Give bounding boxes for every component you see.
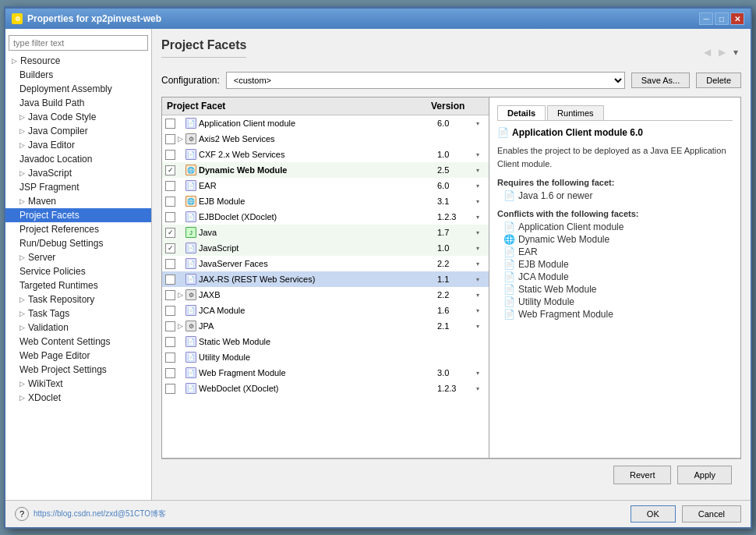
facet-checkbox[interactable] bbox=[165, 275, 175, 285]
facet-checkbox[interactable] bbox=[165, 368, 175, 378]
version-arrow-icon[interactable]: ▾ bbox=[476, 120, 486, 127]
version-arrow-icon[interactable]: ▾ bbox=[476, 151, 486, 158]
filter-input[interactable] bbox=[9, 35, 148, 51]
version-arrow-icon[interactable]: ▾ bbox=[476, 198, 486, 205]
delete-button[interactable]: Delete bbox=[696, 73, 741, 88]
version-arrow-icon[interactable]: ▾ bbox=[476, 260, 486, 268]
facet-row[interactable]: 📄 Static Web Module bbox=[162, 334, 489, 349]
sidebar-item-deployment-assembly[interactable]: Deployment Assembly bbox=[5, 82, 151, 96]
sidebar-item-java-compiler[interactable]: ▷ Java Compiler bbox=[5, 124, 151, 138]
sidebar-item-javadoc[interactable]: Javadoc Location bbox=[5, 152, 151, 166]
facet-icon: 🌐 bbox=[185, 196, 196, 207]
tab-runtimes[interactable]: Runtimes bbox=[547, 105, 603, 120]
facet-name: Web Fragment Module bbox=[199, 368, 437, 377]
sidebar-item-java-editor[interactable]: ▷ Java Editor bbox=[5, 138, 151, 152]
sidebar-item-javascript[interactable]: ▷ JavaScript bbox=[5, 166, 151, 180]
main-content: Project Facets ◀ ▶ ▾ Configuration: <cus… bbox=[152, 29, 751, 500]
facet-checkbox[interactable] bbox=[165, 119, 175, 129]
nav-fwd-button[interactable]: ▶ bbox=[715, 45, 729, 59]
version-arrow-icon[interactable]: ▾ bbox=[476, 167, 486, 174]
sidebar-item-web-project-settings[interactable]: Web Project Settings bbox=[5, 363, 151, 377]
facet-row[interactable]: 📄 JCA Module 1.6 ▾ bbox=[162, 303, 489, 318]
facet-checkbox[interactable] bbox=[165, 337, 175, 347]
ok-button[interactable]: OK bbox=[631, 505, 676, 523]
sidebar-item-validation[interactable]: ▷ Validation bbox=[5, 321, 151, 335]
facet-row[interactable]: 📄 Web Fragment Module 3.0 ▾ bbox=[162, 365, 489, 381]
sidebar-item-run-debug[interactable]: Run/Debug Settings bbox=[5, 236, 151, 250]
revert-button[interactable]: Revert bbox=[613, 466, 671, 484]
config-label: Configuration: bbox=[161, 75, 220, 86]
sidebar-item-resource[interactable]: ▷ Resource bbox=[5, 54, 151, 68]
version-arrow-icon[interactable]: ▾ bbox=[476, 323, 486, 330]
sidebar-item-web-page-editor[interactable]: Web Page Editor bbox=[5, 349, 151, 363]
nav-down-button[interactable]: ▾ bbox=[730, 45, 741, 59]
facet-checkbox[interactable] bbox=[165, 197, 175, 207]
facet-row[interactable]: ▷ ⚙ JPA 2.1 ▾ bbox=[162, 318, 489, 334]
facet-row[interactable]: ▷ ⚙ Axis2 Web Services bbox=[162, 131, 489, 147]
facet-row[interactable]: 📄 JavaServer Faces 2.2 ▾ bbox=[162, 256, 489, 271]
sidebar-item-web-content-settings[interactable]: Web Content Settings bbox=[5, 335, 151, 349]
facet-checkbox[interactable] bbox=[165, 212, 175, 222]
facet-row-dynamic-web[interactable]: ✓ 🌐 Dynamic Web Module 2.5 ▾ bbox=[162, 162, 489, 178]
version-arrow-icon[interactable]: ▾ bbox=[476, 182, 486, 190]
facet-row[interactable]: 📄 EJBDoclet (XDoclet) 1.2.3 ▾ bbox=[162, 209, 489, 225]
facet-row[interactable]: 📄 EAR 6.0 ▾ bbox=[162, 178, 489, 193]
facet-row-javascript[interactable]: ✓ 📄 JavaScript 1.0 ▾ bbox=[162, 240, 489, 256]
sidebar-item-xdoclet[interactable]: ▷ XDoclet bbox=[5, 391, 151, 405]
expand-icon: ▷ bbox=[19, 113, 25, 121]
nav-back-button[interactable]: ◀ bbox=[701, 45, 714, 59]
facet-row[interactable]: 📄 WebDoclet (XDoclet) 1.2.3 ▾ bbox=[162, 381, 489, 396]
facet-row-java[interactable]: ✓ J Java 1.7 ▾ bbox=[162, 225, 489, 240]
help-button[interactable]: ? bbox=[15, 507, 29, 521]
facet-checkbox[interactable] bbox=[165, 321, 175, 331]
facet-row[interactable]: 📄 Utility Module bbox=[162, 349, 489, 365]
sidebar-item-builders[interactable]: Builders bbox=[5, 68, 151, 82]
version-arrow-icon[interactable]: ▾ bbox=[476, 307, 486, 314]
tab-details[interactable]: Details bbox=[497, 105, 546, 120]
facet-checkbox[interactable] bbox=[165, 181, 175, 191]
close-button[interactable]: ✕ bbox=[730, 12, 744, 25]
sidebar-item-task-repository[interactable]: ▷ Task Repository bbox=[5, 292, 151, 306]
sidebar-item-wikitext[interactable]: ▷ WikiText bbox=[5, 377, 151, 391]
facet-checkbox[interactable] bbox=[165, 290, 175, 300]
sidebar-item-java-build-path[interactable]: Java Build Path bbox=[5, 96, 151, 110]
facet-row[interactable]: ▷ ⚙ JAXB 2.2 ▾ bbox=[162, 287, 489, 303]
facet-row[interactable]: 📄 Application Client module 6.0 ▾ bbox=[162, 115, 489, 131]
facet-checkbox[interactable]: ✓ bbox=[165, 243, 175, 253]
maximize-button[interactable]: □ bbox=[715, 12, 729, 25]
facet-checkbox[interactable] bbox=[165, 259, 175, 269]
sidebar-item-maven[interactable]: ▷ Maven bbox=[5, 194, 151, 208]
version-arrow-icon[interactable]: ▾ bbox=[476, 245, 486, 252]
sidebar-item-java-code-style[interactable]: ▷ Java Code Style bbox=[5, 110, 151, 124]
facet-row-jaxrs[interactable]: 📄 JAX-RS (REST Web Services) 1.1 ▾ bbox=[162, 271, 489, 287]
apply-button[interactable]: Apply bbox=[677, 466, 732, 484]
sidebar-item-targeted-runtimes[interactable]: Targeted Runtimes bbox=[5, 278, 151, 292]
sidebar-item-task-tags[interactable]: ▷ Task Tags bbox=[5, 306, 151, 321]
facet-row[interactable]: 📄 CXF 2.x Web Services 1.0 ▾ bbox=[162, 147, 489, 162]
sidebar-item-service-policies[interactable]: Service Policies bbox=[5, 264, 151, 278]
facet-version: 1.1 bbox=[437, 275, 476, 284]
save-as-button[interactable]: Save As... bbox=[631, 73, 691, 88]
version-arrow-icon[interactable]: ▾ bbox=[476, 276, 486, 283]
sidebar-item-project-references[interactable]: Project References bbox=[5, 222, 151, 236]
footer-left: ? https://blog.csdn.net/zxd@51CTO博客 bbox=[15, 507, 166, 521]
version-arrow-icon[interactable]: ▾ bbox=[476, 214, 486, 221]
facet-checkbox[interactable] bbox=[165, 353, 175, 363]
version-arrow-icon[interactable]: ▾ bbox=[476, 385, 486, 392]
facet-checkbox[interactable]: ✓ bbox=[165, 228, 175, 238]
facet-checkbox[interactable]: ✓ bbox=[165, 165, 175, 175]
facet-checkbox[interactable] bbox=[165, 306, 175, 316]
facet-checkbox[interactable] bbox=[165, 150, 175, 160]
sidebar-item-jsp-fragment[interactable]: JSP Fragment bbox=[5, 180, 151, 194]
version-arrow-icon[interactable]: ▾ bbox=[476, 229, 486, 236]
cancel-button[interactable]: Cancel bbox=[682, 505, 741, 523]
config-select[interactable]: <custom> bbox=[226, 72, 625, 89]
facet-row[interactable]: 🌐 EJB Module 3.1 ▾ bbox=[162, 193, 489, 209]
facet-checkbox[interactable] bbox=[165, 134, 175, 144]
minimize-button[interactable]: ─ bbox=[699, 12, 713, 25]
version-arrow-icon[interactable]: ▾ bbox=[476, 292, 486, 299]
sidebar-item-project-facets[interactable]: Project Facets bbox=[5, 208, 151, 222]
version-arrow-icon[interactable]: ▾ bbox=[476, 370, 486, 377]
facet-checkbox[interactable] bbox=[165, 384, 175, 394]
sidebar-item-server[interactable]: ▷ Server bbox=[5, 250, 151, 264]
